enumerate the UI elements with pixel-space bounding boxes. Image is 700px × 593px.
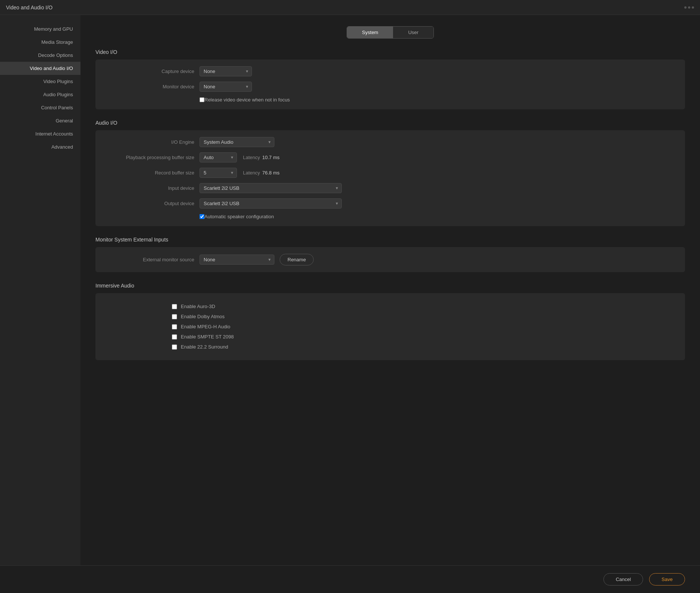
record-buffer-select-wrapper: 5 ▼ bbox=[200, 168, 237, 178]
enable-smpte-2098-checkbox[interactable] bbox=[172, 334, 177, 340]
capture-device-select[interactable]: None bbox=[200, 66, 252, 76]
video-io-panel: Capture device None ▼ Monitor device Non… bbox=[95, 60, 685, 109]
sidebar: Memory and GPU Media Storage Decode Opti… bbox=[0, 15, 80, 565]
rename-button[interactable]: Rename bbox=[280, 254, 314, 265]
io-engine-row: I/O Engine System Audio ▼ bbox=[104, 137, 676, 147]
sidebar-item-internet-accounts[interactable]: Internet Accounts bbox=[0, 127, 80, 140]
capture-device-select-wrapper: None ▼ bbox=[200, 66, 252, 76]
playback-latency-value: 10.7 ms bbox=[262, 155, 280, 160]
external-source-select-wrapper: None ▼ bbox=[200, 255, 274, 265]
auto-speaker-checkbox[interactable] bbox=[200, 214, 204, 219]
sidebar-item-advanced[interactable]: Advanced bbox=[0, 140, 80, 153]
titlebar-dots bbox=[684, 6, 694, 9]
enable-mpeg-h-label: Enable MPEG-H Audio bbox=[181, 324, 230, 329]
bottom-bar: Cancel Save bbox=[0, 565, 700, 593]
tab-user[interactable]: User bbox=[393, 27, 433, 38]
sidebar-item-memory-gpu[interactable]: Memory and GPU bbox=[0, 22, 80, 36]
record-buffer-select[interactable]: 5 bbox=[200, 168, 237, 178]
record-buffer-label: Record buffer size bbox=[104, 170, 194, 176]
audio-io-section-title: Audio I/O bbox=[95, 120, 685, 126]
enable-auro3d-checkbox[interactable] bbox=[172, 304, 177, 309]
playback-buffer-row: Playback processing buffer size Auto ▼ L… bbox=[104, 152, 676, 162]
tab-system[interactable]: System bbox=[347, 27, 393, 38]
output-device-label: Output device bbox=[104, 201, 194, 206]
tab-bar: System User bbox=[95, 26, 685, 39]
sidebar-item-video-plugins[interactable]: Video Plugins bbox=[0, 75, 80, 88]
release-video-checkbox-wrapper: Release video device when not in focus bbox=[200, 97, 290, 103]
external-source-label: External monitor source bbox=[104, 257, 194, 262]
record-latency-value: 76.8 ms bbox=[262, 170, 280, 176]
cancel-button[interactable]: Cancel bbox=[603, 573, 643, 586]
enable-mpeg-h-checkbox[interactable] bbox=[172, 324, 177, 329]
video-io-section-title: Video I/O bbox=[95, 49, 685, 55]
output-device-select-wrapper: Scarlett 2i2 USB ▼ bbox=[200, 198, 342, 209]
output-device-row: Output device Scarlett 2i2 USB ▼ bbox=[104, 198, 676, 209]
immersive-audio-section-title: Immersive Audio bbox=[95, 283, 685, 289]
sidebar-item-video-audio-io[interactable]: Video and Audio I/O bbox=[0, 62, 80, 75]
main-layout: Memory and GPU Media Storage Decode Opti… bbox=[0, 15, 700, 565]
external-source-select[interactable]: None bbox=[200, 255, 274, 265]
playback-latency-label: Latency bbox=[243, 155, 260, 160]
auto-speaker-checkbox-wrapper: Automatic speaker configuration bbox=[200, 214, 274, 219]
capture-device-label: Capture device bbox=[104, 69, 194, 74]
enable-auro3d-row: Enable Auro-3D bbox=[172, 304, 215, 309]
playback-buffer-select-wrapper: Auto ▼ bbox=[200, 152, 237, 162]
window-title: Video and Audio I/O bbox=[6, 4, 52, 10]
content-area: System User Video I/O Capture device Non… bbox=[80, 15, 700, 565]
monitor-external-section-title: Monitor System External Inputs bbox=[95, 237, 685, 243]
audio-io-panel: I/O Engine System Audio ▼ Playback proce… bbox=[95, 130, 685, 226]
window: Video and Audio I/O Memory and GPU Media… bbox=[0, 0, 700, 593]
monitor-device-label: Monitor device bbox=[104, 84, 194, 89]
auto-speaker-row: Automatic speaker configuration bbox=[104, 214, 676, 219]
sidebar-item-decode-options[interactable]: Decode Options bbox=[0, 49, 80, 62]
enable-22-2-surround-checkbox[interactable] bbox=[172, 344, 177, 350]
io-engine-label: I/O Engine bbox=[104, 139, 194, 145]
monitor-device-select[interactable]: None bbox=[200, 82, 252, 92]
enable-22-2-surround-label: Enable 22.2 Surround bbox=[181, 344, 228, 350]
auto-speaker-label: Automatic speaker configuration bbox=[204, 214, 274, 219]
io-engine-select-wrapper: System Audio ▼ bbox=[200, 137, 274, 147]
sidebar-item-audio-plugins[interactable]: Audio Plugins bbox=[0, 88, 80, 101]
enable-smpte-2098-label: Enable SMPTE ST 2098 bbox=[181, 334, 234, 340]
playback-buffer-label: Playback processing buffer size bbox=[104, 155, 194, 160]
sidebar-item-general[interactable]: General bbox=[0, 114, 80, 127]
release-video-row: Release video device when not in focus bbox=[104, 97, 676, 103]
enable-auro3d-label: Enable Auro-3D bbox=[181, 304, 215, 309]
enable-mpeg-h-row: Enable MPEG-H Audio bbox=[172, 324, 230, 329]
enable-dolby-atmos-checkbox[interactable] bbox=[172, 314, 177, 319]
capture-device-row: Capture device None ▼ bbox=[104, 66, 676, 76]
enable-22-2-surround-row: Enable 22.2 Surround bbox=[172, 344, 228, 350]
record-latency-label: Latency bbox=[243, 170, 260, 176]
sidebar-item-control-panels[interactable]: Control Panels bbox=[0, 101, 80, 114]
dot-1 bbox=[684, 6, 687, 9]
titlebar: Video and Audio I/O bbox=[0, 0, 700, 15]
playback-buffer-select[interactable]: Auto bbox=[200, 152, 237, 162]
enable-smpte-2098-row: Enable SMPTE ST 2098 bbox=[172, 334, 234, 340]
release-video-checkbox[interactable] bbox=[200, 97, 204, 102]
input-device-row: Input device Scarlett 2i2 USB ▼ bbox=[104, 183, 676, 193]
enable-dolby-atmos-row: Enable Dolby Atmos bbox=[172, 314, 225, 319]
output-device-select[interactable]: Scarlett 2i2 USB bbox=[200, 198, 342, 209]
record-buffer-row: Record buffer size 5 ▼ Latency 76.8 ms bbox=[104, 168, 676, 178]
dot-3 bbox=[692, 6, 694, 9]
dot-2 bbox=[688, 6, 690, 9]
input-device-select[interactable]: Scarlett 2i2 USB bbox=[200, 183, 342, 193]
immersive-audio-panel: Enable Auro-3D Enable Dolby Atmos Enable… bbox=[95, 293, 685, 360]
release-video-label: Release video device when not in focus bbox=[204, 97, 290, 103]
enable-dolby-atmos-label: Enable Dolby Atmos bbox=[181, 314, 225, 319]
immersive-checkboxes: Enable Auro-3D Enable Dolby Atmos Enable… bbox=[104, 300, 676, 353]
monitor-device-row: Monitor device None ▼ bbox=[104, 82, 676, 92]
monitor-external-panel: External monitor source None ▼ Rename bbox=[95, 247, 685, 272]
monitor-device-select-wrapper: None ▼ bbox=[200, 82, 252, 92]
input-device-label: Input device bbox=[104, 185, 194, 191]
tab-group: System User bbox=[347, 26, 434, 39]
save-button[interactable]: Save bbox=[649, 573, 685, 586]
input-device-select-wrapper: Scarlett 2i2 USB ▼ bbox=[200, 183, 342, 193]
external-source-row: External monitor source None ▼ Rename bbox=[104, 254, 676, 265]
sidebar-item-media-storage[interactable]: Media Storage bbox=[0, 36, 80, 49]
io-engine-select[interactable]: System Audio bbox=[200, 137, 274, 147]
